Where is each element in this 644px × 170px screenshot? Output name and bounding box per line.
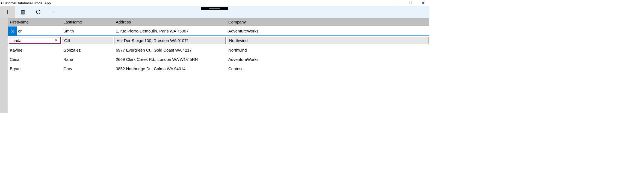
cell-lastname: Gray xyxy=(62,66,114,71)
minimize-button[interactable] xyxy=(392,0,404,6)
column-header-company[interactable]: Company xyxy=(227,20,429,24)
input-value: Linda xyxy=(11,38,54,43)
svg-point-14 xyxy=(55,12,55,13)
cell-lastname: Gonzalez xyxy=(62,48,114,52)
svg-rect-1 xyxy=(409,2,412,4)
cell-firstname: Kaylee xyxy=(8,48,62,52)
svg-point-13 xyxy=(53,12,54,13)
input-value: Gill xyxy=(64,38,70,43)
cell-company: AdventureWorks xyxy=(227,29,429,33)
table-row[interactable]: er Smith 1, rue Pierre-Demoulin, Paris W… xyxy=(8,26,429,35)
cancel-edit-button[interactable] xyxy=(8,26,17,36)
cell-lastname: Smith xyxy=(62,29,114,33)
customer-grid: FirstName LastName Address Company er Sm… xyxy=(8,18,429,113)
ellipsis-icon xyxy=(51,9,56,15)
table-row[interactable]: Cesar Rana 2669 Clark Creek Rd., London … xyxy=(8,55,429,64)
commandbar-drag-handle[interactable] xyxy=(201,7,228,10)
trash-icon xyxy=(20,9,26,15)
column-header-lastname[interactable]: LastName xyxy=(62,20,114,24)
table-row[interactable]: Kaylee Gonzalez 6977 Evergreen Ct., Gold… xyxy=(8,45,429,55)
window-controls xyxy=(392,0,429,6)
cell-lastname: Rana xyxy=(62,57,114,62)
cell-company: Northwind xyxy=(227,48,429,52)
cell-firstname: Bryan xyxy=(8,66,62,71)
table-row[interactable]: Bryan Gray 3852 Northridge Dr., Colma WA… xyxy=(8,64,429,73)
address-input[interactable]: Auf Der Steige 100, Dresden WA 01071 xyxy=(114,37,226,44)
cell-address: 6977 Evergreen Ct., Gold Coast WA 4217 xyxy=(114,48,227,52)
plus-icon xyxy=(5,9,10,15)
refresh-button[interactable] xyxy=(31,6,46,18)
titlebar: CustomerDatabaseTutorial.App xyxy=(0,0,429,6)
cell-address: 3852 Northridge Dr., Colma WA 94014 xyxy=(114,66,227,71)
clear-input-button[interactable]: ✕ xyxy=(54,38,58,43)
row-header-gutter xyxy=(0,18,8,113)
column-header-address[interactable]: Address xyxy=(114,20,227,24)
cell-address: 1, rue Pierre-Demoulin, Paris WA 75007 xyxy=(114,29,227,33)
cell-address: 2669 Clark Creek Rd., London WA W1V 5RN xyxy=(114,57,227,62)
company-input[interactable]: Northwind xyxy=(227,37,429,44)
column-header-firstname[interactable]: FirstName xyxy=(8,20,62,24)
cell-company: AdventureWorks xyxy=(227,57,429,62)
maximize-button[interactable] xyxy=(404,0,417,6)
firstname-input[interactable]: Linda ✕ xyxy=(9,37,61,44)
lastname-input[interactable]: Gill xyxy=(62,37,113,44)
close-icon xyxy=(11,29,14,33)
column-header-row: FirstName LastName Address Company xyxy=(8,18,429,26)
refresh-icon xyxy=(36,9,41,15)
more-button[interactable] xyxy=(46,6,61,18)
cell-firstname: Cesar xyxy=(8,57,62,62)
input-value: Northwind xyxy=(229,38,248,43)
input-value: Auf Der Steige 100, Dresden WA 01071 xyxy=(117,38,189,43)
delete-button[interactable] xyxy=(15,6,31,18)
svg-point-12 xyxy=(52,12,53,13)
table-row-editing[interactable]: Linda ✕ Gill Auf Der Steige 100, Dresden… xyxy=(8,35,429,45)
window-title: CustomerDatabaseTutorial.App xyxy=(1,1,51,5)
cell-company: Contoso xyxy=(227,66,429,71)
add-button[interactable] xyxy=(0,6,15,18)
close-button[interactable] xyxy=(417,0,429,6)
commandbar xyxy=(0,6,429,18)
